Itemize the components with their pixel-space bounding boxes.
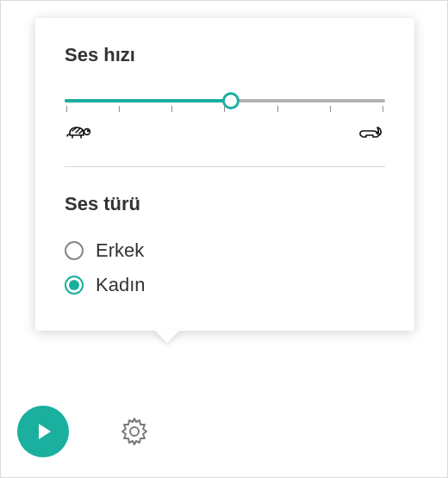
radio-label-male: Erkek: [96, 239, 144, 262]
gear-icon: [119, 416, 150, 447]
radio-male[interactable]: Erkek: [65, 239, 385, 262]
radio-circle-icon: [65, 241, 84, 260]
voice-section-title: Ses türü: [65, 193, 385, 215]
turtle-icon: [66, 121, 92, 140]
voice-type-radio-group: Erkek Kadın: [65, 239, 385, 296]
radio-dot-icon: [69, 280, 79, 290]
svg-point-0: [84, 129, 90, 135]
popover-caret: [154, 330, 180, 343]
slider-tick: [119, 106, 120, 112]
radio-circle-icon: [65, 276, 84, 295]
divider: [65, 166, 385, 167]
svg-point-6: [130, 427, 139, 436]
slider-tick: [277, 106, 278, 112]
rabbit-icon: [358, 121, 383, 140]
slider-tick: [66, 106, 67, 112]
slider-tick: [330, 106, 331, 112]
voice-settings-popover: Ses hızı: [35, 18, 414, 331]
settings-button[interactable]: [117, 414, 152, 449]
svg-point-4: [376, 133, 377, 133]
play-icon: [32, 420, 54, 443]
radio-female[interactable]: Kadın: [65, 274, 385, 296]
play-button[interactable]: [17, 406, 69, 457]
svg-point-1: [88, 130, 89, 131]
slider-fill: [65, 99, 231, 102]
radio-label-female: Kadın: [96, 274, 146, 296]
svg-marker-5: [39, 424, 51, 439]
slider-tick: [171, 106, 172, 112]
slider-thumb[interactable]: [222, 92, 240, 109]
bottom-toolbar: [17, 406, 152, 457]
speed-slider[interactable]: [65, 90, 385, 151]
speed-section-title: Ses hızı: [65, 44, 385, 66]
slider-tick: [383, 106, 383, 112]
